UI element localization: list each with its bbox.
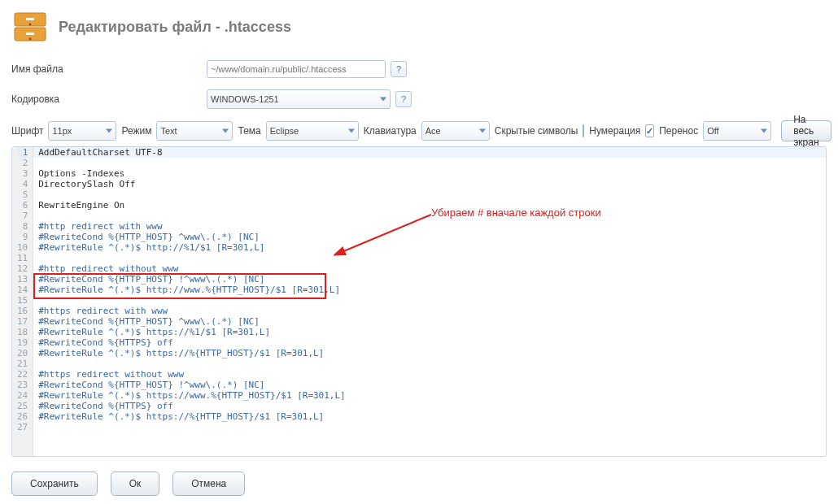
wrap-select[interactable]: Off (703, 121, 771, 141)
help-filename-button[interactable]: ? (391, 61, 407, 77)
code-line[interactable]: #RewriteCond %{HTTP_HOST} !^www\.(.*) [N… (33, 274, 826, 285)
filename-input[interactable] (207, 60, 386, 78)
numbering-checkbox[interactable] (645, 124, 654, 137)
code-line[interactable]: #RewriteRule ^(.*)$ http://www.%{HTTP_HO… (33, 285, 826, 295)
cancel-button[interactable]: Отмена (172, 471, 245, 496)
theme-select[interactable]: Eclipse (266, 121, 359, 141)
code-line[interactable] (33, 253, 826, 263)
save-button[interactable]: Сохранить (11, 471, 98, 496)
annotation-text: Убираем # вначале каждой строки (431, 206, 601, 219)
svg-point-5 (29, 38, 32, 41)
line-gutter: 1234567891011121314151617181920212223242… (12, 147, 33, 456)
line-number: 22 (17, 369, 28, 380)
chevron-down-icon (479, 129, 486, 133)
chevron-down-icon (222, 129, 229, 133)
help-encoding-button[interactable]: ? (395, 91, 412, 107)
line-number: 1 (17, 147, 28, 158)
code-line[interactable] (33, 295, 826, 306)
font-value: 11px (52, 126, 72, 136)
code-line[interactable]: #RewriteRule ^(.*)$ https://www.%{HTTP_H… (33, 390, 826, 401)
code-line[interactable]: #RewriteCond %{HTTP_HOST} ^www\.(.*) [NC… (33, 232, 826, 242)
line-number: 7 (17, 211, 28, 221)
line-number: 27 (17, 422, 28, 432)
page-title: Редактировать файл - .htaccess (59, 19, 291, 36)
line-number: 15 (17, 295, 28, 306)
encoding-label: Кодировка (11, 93, 207, 105)
line-number: 5 (17, 189, 28, 200)
line-number: 26 (17, 411, 28, 422)
font-select[interactable]: 11px (48, 121, 116, 141)
code-line[interactable]: DirectorySlash Off (33, 179, 826, 189)
mode-value: Text (160, 126, 177, 136)
code-line[interactable] (33, 189, 826, 200)
code-line[interactable]: #RewriteRule ^(.*)$ https://%{HTTP_HOST}… (33, 411, 826, 422)
svg-point-4 (29, 24, 32, 26)
svg-rect-2 (26, 18, 34, 20)
code-line[interactable]: #https redirect without www (33, 369, 826, 380)
line-number: 10 (17, 242, 28, 253)
line-number: 20 (17, 348, 28, 358)
line-number: 24 (17, 390, 28, 401)
code-line[interactable] (33, 358, 826, 369)
code-area[interactable]: AddDefaultCharset UTF-8Options -IndexesD… (33, 147, 826, 456)
line-number: 14 (17, 285, 28, 295)
filename-label: Имя файла (11, 63, 207, 75)
code-line[interactable] (33, 422, 826, 432)
line-number: 2 (17, 158, 28, 168)
ok-button[interactable]: Ок (111, 471, 160, 496)
code-line[interactable] (33, 158, 826, 168)
code-line[interactable]: #RewriteCond %{HTTP_HOST} ^www\.(.*) [NC… (33, 316, 826, 327)
chevron-down-icon (106, 129, 112, 133)
encoding-value: WINDOWS-1251 (211, 94, 279, 104)
code-line[interactable]: #RewriteCond %{HTTP_HOST} !^www\.(.*) [N… (33, 380, 826, 390)
chevron-down-icon (761, 129, 767, 133)
hidden-symbols-checkbox[interactable] (583, 124, 584, 137)
archive-icon (11, 8, 49, 46)
code-line[interactable] (33, 211, 826, 221)
mode-select[interactable]: Text (156, 121, 233, 141)
code-line[interactable]: #http redirect without www (33, 263, 826, 274)
svg-rect-3 (26, 33, 34, 35)
hidden-symbols-label: Скрытые символы (495, 125, 578, 137)
code-line[interactable]: AddDefaultCharset UTF-8 (33, 147, 826, 158)
fullscreen-button[interactable]: На весь экран (781, 120, 831, 141)
code-line[interactable]: #RewriteRule ^(.*)$ https://%1/$1 [R=301… (33, 327, 826, 337)
line-number: 16 (17, 306, 28, 316)
line-number: 3 (17, 168, 28, 179)
mode-label: Режим (121, 125, 151, 137)
font-label: Шрифт (11, 125, 43, 137)
code-line[interactable]: Options -Indexes (33, 168, 826, 179)
theme-label: Тема (238, 125, 260, 137)
wrap-value: Off (707, 126, 718, 136)
line-number: 9 (17, 232, 28, 242)
numbering-label: Нумерация (589, 125, 640, 137)
line-number: 8 (17, 221, 28, 232)
keyboard-select[interactable]: Ace (421, 121, 490, 141)
code-line[interactable]: RewriteEngine On (33, 200, 826, 211)
line-number: 21 (17, 358, 28, 369)
code-line[interactable]: #RewriteCond %{HTTPS} off (33, 337, 826, 348)
code-line[interactable]: #RewriteRule ^(.*)$ http://%1/$1 [R=301,… (33, 242, 826, 253)
line-number: 23 (17, 380, 28, 390)
wrap-label: Перенос (659, 125, 698, 137)
theme-value: Eclipse (270, 126, 299, 136)
line-number: 4 (17, 179, 28, 189)
chevron-down-icon (348, 129, 355, 133)
code-editor[interactable]: 1234567891011121314151617181920212223242… (11, 146, 827, 457)
line-number: 6 (17, 200, 28, 211)
keyboard-label: Клавиатура (364, 125, 417, 137)
encoding-select[interactable]: WINDOWS-1251 (207, 89, 391, 109)
keyboard-value: Ace (426, 126, 441, 136)
line-number: 19 (17, 337, 28, 348)
code-line[interactable]: #RewriteRule ^(.*)$ https://%{HTTP_HOST}… (33, 348, 826, 358)
line-number: 25 (17, 401, 28, 411)
chevron-down-icon (380, 98, 386, 102)
line-number: 12 (17, 263, 28, 274)
line-number: 17 (17, 316, 28, 327)
line-number: 13 (17, 274, 28, 285)
code-line[interactable]: #http redirect with www (33, 221, 826, 232)
line-number: 11 (17, 253, 28, 263)
line-number: 18 (17, 327, 28, 337)
code-line[interactable]: #https redirect with www (33, 306, 826, 316)
code-line[interactable]: #RewriteCond %{HTTPS} off (33, 401, 826, 411)
